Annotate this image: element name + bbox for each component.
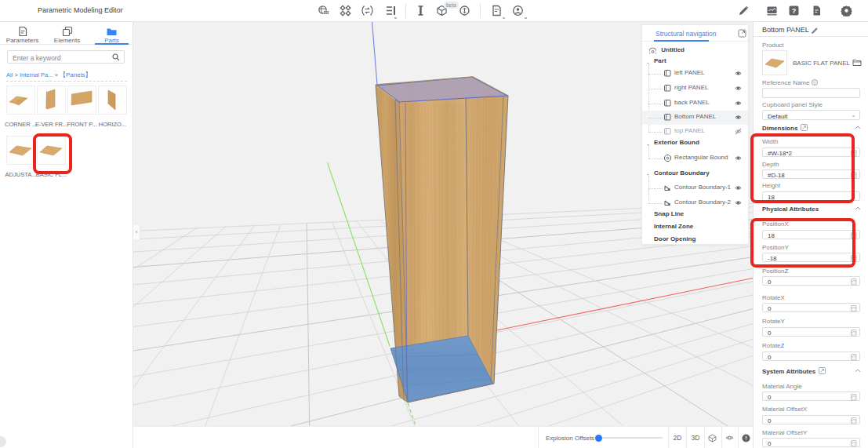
svg-text:?: ? (792, 7, 797, 15)
